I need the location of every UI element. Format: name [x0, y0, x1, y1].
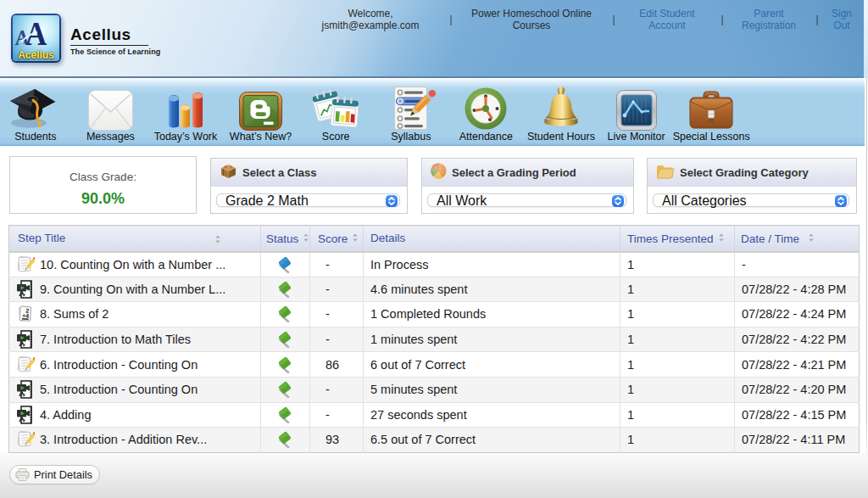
svg-text:+4: +4 — [22, 313, 30, 320]
